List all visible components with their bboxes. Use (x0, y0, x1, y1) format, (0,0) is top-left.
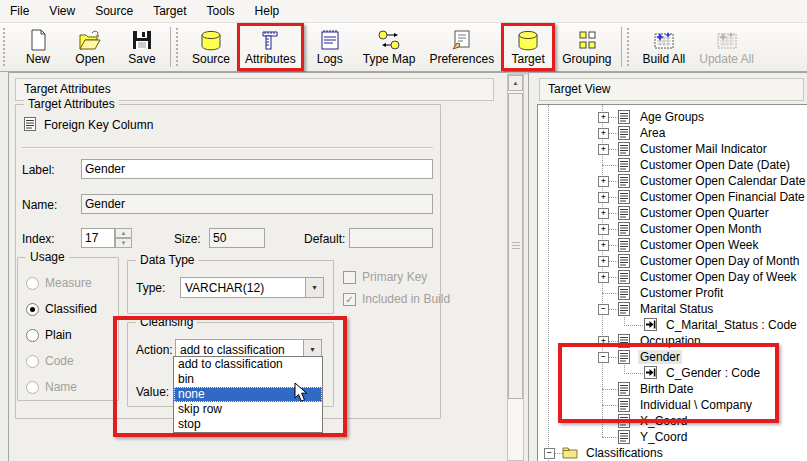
tree-item-classifications[interactable]: −Classifications (538, 445, 807, 461)
tree-item-label[interactable]: Occupation (638, 334, 703, 348)
tree-item-customer-open-day-of-week[interactable]: +Customer Open Day of Week (538, 269, 807, 285)
tree-item-individual-company[interactable]: Individual \ Company (538, 397, 807, 413)
expand-plus-icon[interactable]: + (598, 224, 609, 235)
expand-plus-icon[interactable]: + (598, 208, 609, 219)
tree-item-x-coord[interactable]: X_Coord (538, 413, 807, 429)
tree-item-c-gender-code[interactable]: C_Gender : Code (538, 365, 807, 381)
save-button[interactable]: Save (116, 25, 168, 69)
tree-item-label[interactable]: Customer Open Day of Week (638, 270, 799, 284)
tree-item-occupation[interactable]: +Occupation (538, 333, 807, 349)
menu-item-help[interactable]: Help (245, 1, 290, 21)
menu-item-file[interactable]: File (0, 1, 39, 21)
expand-plus-icon[interactable]: + (598, 144, 609, 155)
tree-item-label[interactable]: Birth Date (638, 382, 695, 396)
preferences-button[interactable]: Preferences (422, 25, 501, 69)
tree-item-label[interactable]: Classifications (584, 446, 665, 460)
tree-item-area[interactable]: +Area (538, 125, 807, 141)
tree-item-label[interactable]: Customer Open Month (638, 222, 763, 236)
tree-item-label[interactable]: Customer Open Calendar Date (638, 174, 807, 188)
expand-plus-icon[interactable]: + (598, 256, 609, 267)
checkbox-primary-key: Primary Key (343, 270, 427, 284)
tree-item-label[interactable]: C_Marital_Status : Code (664, 318, 799, 332)
expand-plus-icon[interactable]: + (598, 128, 609, 139)
collapse-minus-icon[interactable]: − (598, 304, 609, 315)
tree-item-customer-open-date-date[interactable]: Customer Open Date (Date) (538, 157, 807, 173)
source-button[interactable]: Source (185, 25, 237, 69)
tree-item-customer-open-quarter[interactable]: +Customer Open Quarter (538, 205, 807, 221)
index-spinner[interactable]: ▲ ▼ (115, 228, 132, 248)
logs-button[interactable]: Logs (304, 25, 356, 69)
expand-plus-icon[interactable]: + (598, 112, 609, 123)
tree-item-label[interactable]: Individual \ Company (638, 398, 754, 412)
dropdown-option-add-to-classification[interactable]: add to classification (174, 357, 322, 372)
tree-item-label[interactable]: Customer Open Date (Date) (638, 158, 792, 172)
tree-item-label[interactable]: C_Gender : Code (664, 366, 762, 380)
type-combobox[interactable]: VARCHAR(12) ▼ (180, 277, 324, 298)
data-type-title: Data Type (136, 253, 198, 267)
tree-item-c-marital-status-code[interactable]: C_Marital_Status : Code (538, 317, 807, 333)
expand-plus-icon[interactable]: + (598, 176, 609, 187)
menu-item-tools[interactable]: Tools (197, 1, 245, 21)
collapse-minus-icon[interactable]: − (544, 448, 555, 459)
tree-item-customer-open-financial-date[interactable]: +Customer Open Financial Date (538, 189, 807, 205)
spinner-down-icon[interactable]: ▼ (115, 238, 132, 248)
vertical-scrollbar[interactable]: ▲ (507, 74, 524, 461)
radio-icon[interactable] (26, 329, 39, 342)
tree-item-gender[interactable]: −Gender (538, 349, 807, 365)
scrollbar-thumb[interactable] (508, 93, 523, 399)
index-caption: Index: (22, 232, 55, 246)
tree-item-customer-open-calendar-date[interactable]: +Customer Open Calendar Date (538, 173, 807, 189)
tree-item-customer-profit[interactable]: Customer Profit (538, 285, 807, 301)
tree-item-y-coord[interactable]: Y_Coord (538, 429, 807, 445)
tree-item-label[interactable]: Customer Open Week (638, 238, 761, 252)
tree-item-label[interactable]: Y_Coord (638, 430, 689, 444)
new-button[interactable]: New (12, 25, 64, 69)
tree-item-customer-open-day-of-month[interactable]: +Customer Open Day of Month (538, 253, 807, 269)
attributes-button[interactable]: Attributes (237, 23, 304, 71)
menu-item-target[interactable]: Target (143, 1, 196, 21)
tree-item-label[interactable]: Gender (638, 350, 682, 364)
type-map-button[interactable]: Type Map (356, 25, 423, 69)
expand-plus-icon[interactable]: + (598, 336, 609, 347)
tree-item-customer-mail-indicator[interactable]: +Customer Mail Indicator (538, 141, 807, 157)
target-button[interactable]: Target (501, 23, 555, 71)
tree-item-age-groups[interactable]: +Age Groups (538, 109, 807, 125)
tree-item-marital-status[interactable]: −Marital Status (538, 301, 807, 317)
logs-notepad-icon (320, 29, 340, 51)
tree-item-label[interactable]: Customer Profit (638, 286, 725, 300)
label-input[interactable] (81, 159, 433, 179)
expand-plus-icon[interactable]: + (598, 272, 609, 283)
tree-item-label[interactable]: X_Coord (638, 414, 689, 428)
expand-plus-icon[interactable]: + (598, 240, 609, 251)
menu-item-view[interactable]: View (39, 1, 85, 21)
tree-item-birth-date[interactable]: Birth Date (538, 381, 807, 397)
open-button[interactable]: Open (64, 25, 116, 69)
index-input[interactable] (81, 228, 115, 248)
grouping-button[interactable]: Grouping (555, 25, 618, 69)
scroll-up-icon[interactable]: ▲ (508, 75, 523, 91)
tree-item-label[interactable]: Age Groups (638, 110, 706, 124)
usage-radio-classified[interactable]: Classified (26, 302, 97, 316)
spinner-up-icon[interactable]: ▲ (115, 228, 132, 238)
document-icon (618, 142, 630, 159)
chevron-down-icon[interactable]: ▼ (305, 278, 323, 297)
tree-item-label[interactable]: Customer Open Financial Date (638, 190, 807, 204)
tree-item-label[interactable]: Customer Open Quarter (638, 206, 771, 220)
action-combobox-value: add to classification (176, 343, 303, 357)
menu-item-source[interactable]: Source (85, 1, 143, 21)
dropdown-option-stop[interactable]: stop (174, 417, 322, 432)
tree-item-label[interactable]: Area (638, 126, 667, 140)
build-all-button[interactable]: Build All (636, 25, 693, 69)
target-attributes-panel: Target Attributes Target Attributes Fore… (8, 72, 508, 461)
radio-icon[interactable] (26, 303, 39, 316)
tree-item-label[interactable]: Customer Mail Indicator (638, 142, 769, 156)
tree-item-label[interactable]: Marital Status (638, 302, 715, 316)
tree-item-label[interactable]: Customer Open Day of Month (638, 254, 801, 268)
toolbar-button-label: Preferences (429, 52, 494, 66)
tree-item-customer-open-week[interactable]: +Customer Open Week (538, 237, 807, 253)
tree-item-customer-open-month[interactable]: +Customer Open Month (538, 221, 807, 237)
expand-plus-icon[interactable]: + (598, 192, 609, 203)
radio-icon (26, 277, 39, 290)
usage-radio-plain[interactable]: Plain (26, 328, 72, 342)
collapse-minus-icon[interactable]: − (598, 352, 609, 363)
